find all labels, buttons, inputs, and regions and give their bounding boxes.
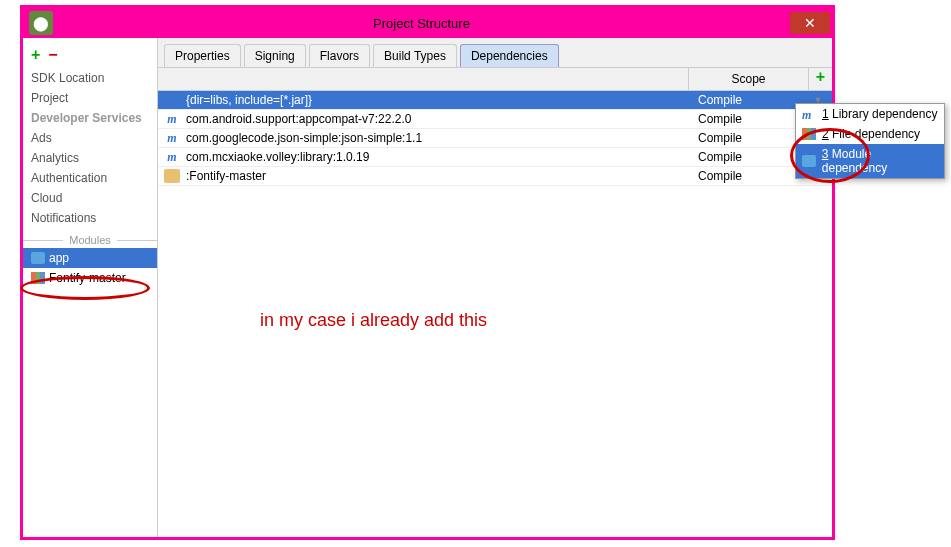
sidebar-item-cloud[interactable]: Cloud (23, 188, 157, 208)
dependency-scope[interactable]: Compile (690, 112, 810, 126)
dependency-name: :Fontify-master (186, 169, 690, 183)
maven-icon: m (164, 150, 180, 164)
tab-properties[interactable]: Properties (164, 44, 241, 67)
module-label: app (49, 251, 69, 265)
titlebar: ⬤ Project Structure ✕ (23, 8, 832, 38)
sidebar-item-notifications[interactable]: Notifications (23, 208, 157, 228)
library-icon (31, 272, 45, 284)
add-dependency-popup: m 1 Library dependency 2 File dependency… (795, 103, 945, 179)
close-button[interactable]: ✕ (790, 12, 830, 34)
dependency-name: com.googlecode.json-simple:json-simple:1… (186, 131, 690, 145)
dependency-name: com.mcxiaoke.volley:library:1.0.19 (186, 150, 690, 164)
sidebar-add-button[interactable]: + (31, 46, 40, 64)
tab-dependencies[interactable]: Dependencies (460, 44, 559, 67)
dependency-scope[interactable]: Compile (690, 93, 810, 107)
folder-icon (164, 169, 180, 183)
modules-section-label: Modules (63, 234, 117, 246)
popup-item-module[interactable]: 3 Module dependency (796, 144, 944, 178)
dependency-name: com.android.support:appcompat-v7:22.2.0 (186, 112, 690, 126)
sidebar-header-services: Developer Services (23, 108, 157, 128)
scope-column-header: Scope (688, 68, 808, 90)
window-title: Project Structure (53, 16, 790, 31)
sidebar-module-fontify-master[interactable]: Fontify-master (23, 268, 157, 288)
dependency-row[interactable]: m com.mcxiaoke.volley:library:1.0.19 Com… (158, 148, 832, 167)
add-dependency-button[interactable]: + (808, 68, 832, 90)
main-panel: Properties Signing Flavors Build Types D… (158, 38, 832, 537)
android-studio-icon: ⬤ (29, 11, 53, 35)
dependencies-header: Scope + (158, 68, 832, 91)
dependency-scope[interactable]: Compile (690, 131, 810, 145)
tab-flavors[interactable]: Flavors (309, 44, 370, 67)
blank-icon (164, 93, 180, 107)
tab-build-types[interactable]: Build Types (373, 44, 457, 67)
folder-icon (802, 155, 816, 167)
tabs: Properties Signing Flavors Build Types D… (158, 38, 832, 68)
sidebar: + − SDK Location Project Developer Servi… (23, 38, 158, 537)
sidebar-item-project[interactable]: Project (23, 88, 157, 108)
sidebar-item-ads[interactable]: Ads (23, 128, 157, 148)
dependency-row[interactable]: m com.android.support:appcompat-v7:22.2.… (158, 110, 832, 129)
sidebar-remove-button[interactable]: − (48, 46, 57, 64)
dependency-row[interactable]: {dir=libs, include=[*.jar]} Compile ▼ (158, 91, 832, 110)
dependency-row[interactable]: :Fontify-master Compile ▼ (158, 167, 832, 186)
maven-icon: m (164, 112, 180, 126)
sidebar-module-app[interactable]: app (23, 248, 157, 268)
maven-icon: m (164, 131, 180, 145)
dependency-scope[interactable]: Compile (690, 150, 810, 164)
tab-signing[interactable]: Signing (244, 44, 306, 67)
dependency-row[interactable]: m com.googlecode.json-simple:json-simple… (158, 129, 832, 148)
library-icon (802, 128, 816, 140)
module-label: Fontify-master (49, 271, 126, 285)
sidebar-item-sdk-location[interactable]: SDK Location (23, 68, 157, 88)
popup-item-file[interactable]: 2 File dependency (796, 124, 944, 144)
maven-icon: m (802, 108, 816, 120)
sidebar-item-authentication[interactable]: Authentication (23, 168, 157, 188)
folder-icon (31, 252, 45, 264)
sidebar-item-analytics[interactable]: Analytics (23, 148, 157, 168)
dependency-scope[interactable]: Compile (690, 169, 810, 183)
project-structure-window: ⬤ Project Structure ✕ + − SDK Location P… (20, 5, 835, 540)
dependency-name: {dir=libs, include=[*.jar]} (186, 93, 690, 107)
popup-item-library[interactable]: m 1 Library dependency (796, 104, 944, 124)
